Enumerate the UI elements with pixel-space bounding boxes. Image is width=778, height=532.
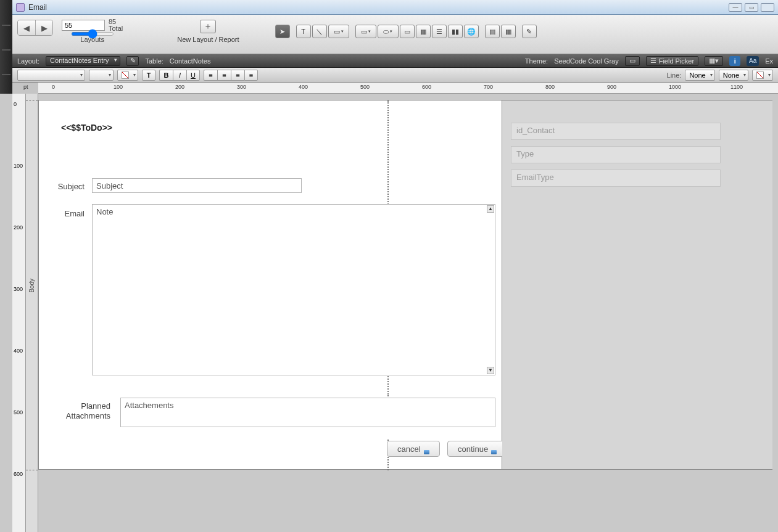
email-label: Email [61,209,85,218]
line-weight-combo[interactable]: None [719,70,748,81]
pointer-tool[interactable]: ➤ [275,25,290,38]
layouts-label: Layouts [80,36,104,43]
layout-label: Layout: [17,57,39,65]
screen-toggle[interactable]: ▭ [625,56,640,66]
fill-swatch[interactable] [117,70,138,81]
popover-tool[interactable]: ▦ [416,25,431,38]
style-combo[interactable] [17,70,85,81]
grid-toggle[interactable]: ▦▾ [705,56,723,66]
new-layout-block: ＋ New Layout / Report [177,20,239,43]
layout-nav: ◀ ▶ [17,20,53,36]
todo-heading[interactable]: <<$$ToDo>> [61,123,112,133]
line-tool[interactable]: ＼ [312,25,327,38]
type-field[interactable]: Type [511,146,721,163]
line-style-combo[interactable]: None [685,70,714,81]
italic-button[interactable]: I [173,70,186,81]
line-color-combo[interactable] [752,70,773,81]
align-right-button[interactable]: ≡ [231,70,244,81]
new-layout-button[interactable]: ＋ [200,20,216,33]
text-inspector-button[interactable]: Aa [747,56,759,66]
body-part-label[interactable]: Body [28,279,35,293]
main-toolbar: ◀ ▶ 85 Total Layouts ＋ New Layout / Repo… [12,15,778,54]
subject-field[interactable]: Subject [92,178,302,193]
theme-value: SeedCode Cool Gray [554,57,619,65]
side-panel: id_Contact Type EmailType [502,100,772,470]
formatting-bar: T B I U ≡ ≡ ≡ ≡ Line: None None [12,68,778,83]
maximize-button[interactable]: ▭ [745,3,758,12]
attachments-label: Attachments [56,411,110,420]
font-combo[interactable] [89,70,114,81]
layout-selector[interactable]: ContactNotes Entry [46,56,120,66]
line-label: Line: [667,72,682,79]
attachments-field[interactable]: Attachements [120,398,495,427]
close-button[interactable] [761,3,774,12]
window-titlebar: Email — ▭ [12,0,778,15]
field-picker-tool[interactable]: ▦ [501,25,516,38]
new-layout-label: New Layout / Report [177,36,239,43]
portal-tool[interactable]: ☰ [432,25,447,38]
shape-tool[interactable]: ▭▾ [328,25,349,38]
workspace: 0 100 200 300 400 500 600 Body <<$$ToDo>… [0,94,778,532]
field-picker-button[interactable]: ☰ Field Picker [646,56,698,66]
button-tool[interactable]: ⬭▾ [378,25,399,38]
chart-tool[interactable]: ▮▮ [448,25,463,38]
edit-layout-button[interactable]: ✎ [126,56,139,66]
tool-groups: ➤ T ＼ ▭▾ ▭▾ ⬭▾ ▭ ▦ ☰ ▮▮ 🌐 ▤ ▦ ✎ [275,25,537,38]
badge-icon [424,450,429,454]
ruler-unit: pt [23,84,28,90]
table-label: Table: [145,57,163,65]
table-value: ContactNotes [170,57,211,65]
layout-page: <<$$ToDo>> Subject Subject Email Note ▲ … [38,100,502,470]
tab-control-tool[interactable]: ▭ [400,25,415,38]
email-field[interactable]: Note [92,204,495,375]
vertical-ruler: 0 100 200 300 400 500 600 [12,94,26,532]
id-contact-field[interactable]: id_Contact [511,123,721,140]
planned-label: Planned [70,401,110,411]
align-justify-button[interactable]: ≡ [244,70,258,81]
minimize-button[interactable]: — [729,3,742,12]
subject-label: Subject [54,182,85,191]
part-tool[interactable]: ▤ [485,25,500,38]
part-gutter: Body [26,94,38,532]
exit-layout-button[interactable]: Ex [765,57,773,65]
bold-button[interactable]: B [159,70,173,81]
email-type-field[interactable]: EmailType [511,170,721,187]
continue-button[interactable]: continue [447,441,507,457]
format-painter-tool[interactable]: ✎ [522,25,537,38]
horizontal-ruler: pt 0 100 200 300 400 500 600 700 800 900… [38,83,778,94]
prev-layout-button[interactable]: ◀ [18,20,35,35]
layout-counter: 85 Total Layouts [62,18,123,43]
scroll-up-icon[interactable]: ▲ [487,205,494,213]
info-button[interactable]: i [729,56,740,66]
app-icon [16,3,25,12]
webviewer-tool[interactable]: 🌐 [464,25,479,38]
text-color-button[interactable]: T [142,70,155,81]
cancel-button[interactable]: cancel [387,441,440,457]
badge-icon [491,450,497,454]
layout-canvas[interactable]: <<$$ToDo>> Subject Subject Email Note ▲ … [38,100,772,476]
window-title: Email [28,3,729,12]
underline-button[interactable]: U [186,70,200,81]
align-center-button[interactable]: ≡ [217,70,231,81]
theme-label: Theme: [525,57,548,65]
field-tool[interactable]: ▭▾ [355,25,376,38]
next-layout-button[interactable]: ▶ [35,20,52,35]
layout-bar: Layout: ContactNotes Entry ✎ Table: Cont… [12,54,778,68]
text-tool[interactable]: T [296,25,311,38]
align-left-button[interactable]: ≡ [204,70,217,81]
scroll-down-icon[interactable]: ▼ [487,367,494,374]
